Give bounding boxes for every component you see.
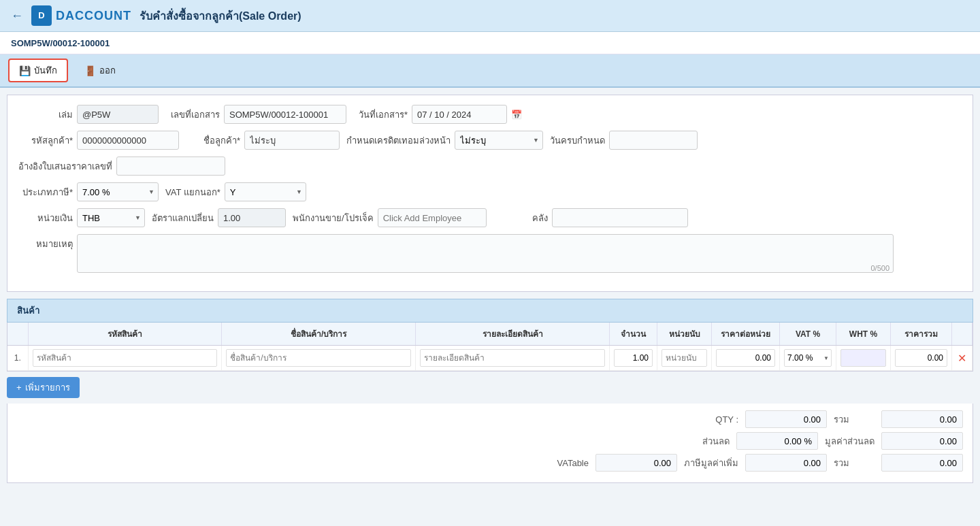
description-field[interactable] xyxy=(420,349,605,367)
customer-code-group: รหัสลูกค้า* xyxy=(18,131,179,150)
credit-limit-select-wrapper: ไม่ระบุ xyxy=(455,131,543,150)
form-row-1: เล่ม เลขที่เอกสาร วันที่เอกสาร* 📅 xyxy=(18,105,962,124)
currency-select[interactable]: THB xyxy=(77,208,145,227)
due-date-input[interactable] xyxy=(609,131,698,150)
discount-pct-value: 0.00 % xyxy=(736,432,818,450)
vat-separate-select[interactable]: Y xyxy=(225,182,306,201)
col-unit-price: ราคาต่อหน่วย xyxy=(712,323,780,346)
ref-quote-input[interactable] xyxy=(116,157,225,176)
col-product-code: รหัสสินค้า xyxy=(28,323,222,346)
employee-input[interactable] xyxy=(378,208,487,227)
tax-label: ภาษีมูลค่าเพิ่ม xyxy=(684,456,738,470)
vat-separate-label: VAT แยกนอก* xyxy=(165,185,220,199)
col-vat: VAT % xyxy=(780,323,836,346)
ref-quote-label: อ้างอิงใบเสนอราคาเลขที่ xyxy=(18,159,112,174)
back-button[interactable]: ← xyxy=(11,9,23,23)
col-description: รายละเอียดสินค้า xyxy=(416,323,610,346)
warehouse-input[interactable] xyxy=(552,208,688,227)
form-row-5: หน่วยเงิน THB อัตราแลกเปลี่ยน พนักงานขาย… xyxy=(18,208,962,227)
form-row-3: อ้างอิงใบเสนอราคาเลขที่ xyxy=(18,157,962,176)
app-logo: D DACCOUNT xyxy=(31,5,131,26)
delete-row-button[interactable]: ✕ xyxy=(952,346,973,371)
app-header: ← D DACCOUNT รับคำสั่งซื้อจากลูกค้า(Sale… xyxy=(0,0,980,32)
tax-type-label: ประเภทภาษี* xyxy=(18,185,73,199)
add-row-button[interactable]: + เพิ่มรายการ xyxy=(7,377,80,398)
doc-number-input[interactable] xyxy=(224,105,346,124)
table-row: 1. xyxy=(7,346,973,371)
customer-code-input[interactable] xyxy=(77,131,179,150)
products-area: รหัสสินค้า ชื่อสินค้า/บริการ รายละเอียดส… xyxy=(7,323,973,372)
save-button[interactable]: 💾 บันทึก xyxy=(8,59,68,82)
main-form: เล่ม เลขที่เอกสาร วันที่เอกสาร* 📅 รหัสลู… xyxy=(7,95,973,292)
summary-row-qty: QTY : 0.00 รวม 0.00 xyxy=(17,410,963,428)
doc-number-label: เลขที่เอกสาร xyxy=(165,108,220,122)
grand-total-label: รวม xyxy=(834,456,875,470)
employee-label: พนักงานขาย/โปรเจ็ค xyxy=(293,211,374,225)
doc-date-input[interactable] xyxy=(412,105,507,124)
wht-cell xyxy=(836,346,891,371)
unit-price-field[interactable] xyxy=(716,349,775,367)
tax-value: 0.00 xyxy=(745,454,827,472)
due-date-label: วันครบกำหนด xyxy=(550,133,605,148)
toolbar: 💾 บันทึก 🚪 ออก xyxy=(0,54,980,88)
qty-value: 0.00 xyxy=(745,410,827,428)
doc-date-label: วันที่เอกสาร* xyxy=(353,108,408,122)
exchange-rate-input[interactable] xyxy=(218,208,286,227)
qty-cell xyxy=(610,346,657,371)
product-name-field[interactable] xyxy=(226,349,411,367)
customer-name-input[interactable] xyxy=(244,131,340,150)
vat-separate-group: VAT แยกนอก* Y xyxy=(165,182,306,201)
exit-button[interactable]: 🚪 ออก xyxy=(74,59,127,82)
products-table: รหัสสินค้า ชื่อสินค้า/บริการ รายละเอียดส… xyxy=(7,323,973,371)
doc-date-group: วันที่เอกสาร* 📅 xyxy=(353,105,522,124)
customer-name-group: ชื่อลูกค้า* xyxy=(186,131,340,150)
vat-select-wrapper: 7.00 % xyxy=(784,349,832,367)
app-title: รับคำสั่งซื้อจากลูกค้า(Sale Order) xyxy=(140,7,301,24)
wht-field[interactable] xyxy=(840,349,886,367)
col-qty: จำนวน xyxy=(610,323,657,346)
credit-limit-label: กำหนดเครดิตเทอมล่วงหน้า xyxy=(346,133,451,148)
product-code-field[interactable] xyxy=(33,349,218,367)
book-group: เล่ม xyxy=(18,105,159,124)
col-action xyxy=(952,323,973,346)
note-textarea[interactable] xyxy=(77,234,894,273)
ref-quote-group: อ้างอิงใบเสนอราคาเลขที่ xyxy=(18,157,225,176)
tax-type-select-wrapper: 7.00 % xyxy=(77,182,159,201)
customer-name-label: ชื่อลูกค้า* xyxy=(186,133,240,148)
total-value-1: 0.00 xyxy=(881,410,963,428)
employee-group: พนักงานขาย/โปรเจ็ค xyxy=(293,208,487,227)
book-label: เล่ม xyxy=(18,108,73,122)
credit-limit-select[interactable]: ไม่ระบุ xyxy=(455,131,543,150)
save-icon: 💾 xyxy=(19,65,31,76)
logo-text: DACCOUNT xyxy=(56,9,131,23)
col-wht: WHT % xyxy=(836,323,891,346)
total-label-1: รวม xyxy=(834,412,875,427)
discount-label: ส่วนลด xyxy=(662,434,730,448)
currency-group: หน่วยเงิน THB xyxy=(18,208,145,227)
credit-limit-group: กำหนดเครดิตเทอมล่วงหน้า ไม่ระบุ xyxy=(346,131,543,150)
vatable-label: VATable xyxy=(521,458,589,468)
unit-field[interactable] xyxy=(662,349,707,367)
svg-text:D: D xyxy=(38,10,44,20)
vat-select[interactable]: 7.00 % xyxy=(784,349,832,367)
unit-price-cell xyxy=(712,346,780,371)
col-total: ราคารวม xyxy=(891,323,952,346)
book-input[interactable] xyxy=(77,105,159,124)
currency-label: หน่วยเงิน xyxy=(18,211,73,225)
total-cell xyxy=(891,346,952,371)
calendar-icon[interactable]: 📅 xyxy=(511,110,522,120)
exchange-rate-group: อัตราแลกเปลี่ยน xyxy=(152,208,286,227)
add-row-label: เพิ่มรายการ xyxy=(25,380,70,395)
summary-area: QTY : 0.00 รวม 0.00 ส่วนลด 0.00 % มูลค่า… xyxy=(7,404,973,483)
tax-type-group: ประเภทภาษี* 7.00 % xyxy=(18,182,159,201)
qty-field[interactable] xyxy=(614,349,653,367)
form-row-6: หมายเหตุ 0/500 xyxy=(18,234,962,275)
doc-number-group: เลขที่เอกสาร xyxy=(165,105,346,124)
total-field[interactable] xyxy=(895,349,947,367)
tax-type-select[interactable]: 7.00 % xyxy=(77,182,159,201)
summary-row-vat: VATable 0.00 ภาษีมูลค่าเพิ่ม 0.00 รวม 0.… xyxy=(17,454,963,472)
row-number: 1. xyxy=(7,346,28,371)
vat-separate-select-wrapper: Y xyxy=(225,182,306,201)
qty-label: QTY : xyxy=(670,414,738,425)
description-cell xyxy=(416,346,610,371)
